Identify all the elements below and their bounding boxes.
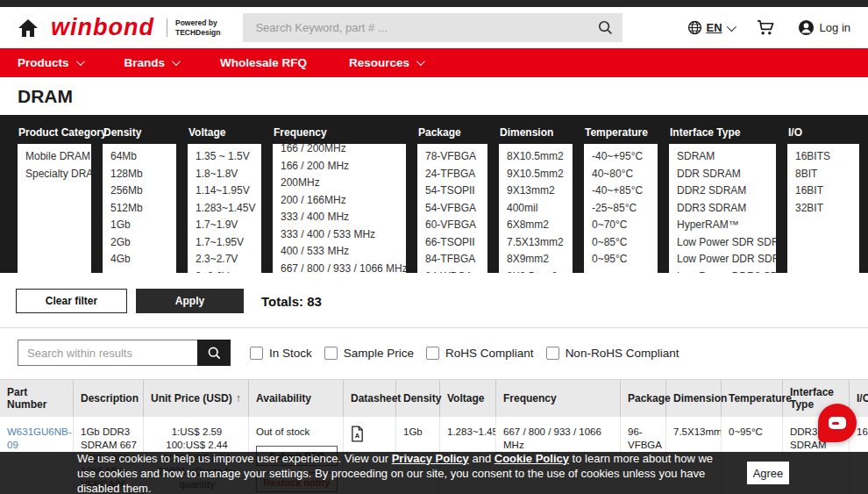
filter-option[interactable]: 54-TSOPII [417,183,487,200]
filter-option[interactable]: 78-VFBGA [417,148,487,166]
filter-option[interactable]: 200MHz [273,175,406,192]
nav-item-brands[interactable]: Brands [125,56,179,69]
filter-option[interactable]: 512Mb [103,200,176,218]
filter-option[interactable]: 16BITS [787,148,859,166]
filter-option[interactable]: 166 / 200MHz [273,144,406,158]
checkbox-rohs-compliant[interactable]: RoHS Compliant [426,347,534,360]
search-within-results-input[interactable] [18,340,197,366]
filter-option[interactable]: 24-TFBGA [417,166,487,183]
filter-option[interactable]: Low Power DDR2 SDRAM [669,268,776,274]
filter-option[interactable]: 9X13mm2 [499,183,573,200]
filter-option[interactable]: 128Mb [103,166,176,183]
filter-option[interactable]: 0~70°C [584,217,658,234]
cookie-policy-link[interactable]: Cookie Policy [494,452,569,465]
pdf-document-icon[interactable]: A [351,426,390,442]
filter-listbox-package[interactable]: 78-VFBGA24-TFBGA54-TSOPII54-VFBGA60-VFBG… [417,144,487,273]
privacy-policy-link[interactable]: Privacy Policy [392,452,469,465]
filter-option[interactable]: 6X8mm2 [499,217,573,234]
global-search-input[interactable] [255,21,597,34]
filter-listbox-product-category[interactable]: Mobile DRAMSpecialty DRAM [18,144,91,273]
filter-option[interactable]: 2Gb [103,234,176,252]
filter-option[interactable]: DDR SDRAM [669,166,776,183]
language-code[interactable]: EN [707,21,722,34]
checkbox-non-rohs-compliant[interactable]: Non-RoHS Compliant [546,347,679,360]
filter-option[interactable]: 8X10.5mm2 [499,148,573,166]
filter-option[interactable]: 1.35 ~ 1.5V [188,148,261,166]
filter-option[interactable]: 0~85°C [584,234,658,252]
login-button[interactable]: Log in [798,19,850,36]
filter-listbox-temperature[interactable]: -40~+95°C40~80°C-40~+85°C-25~85°C0~70°C0… [584,144,658,273]
filter-listbox-io[interactable]: 16BITS8BIT16BIT32BIT [787,144,859,273]
filter-option[interactable]: 0~95°C [584,251,658,268]
filter-option[interactable]: 400mil [499,200,573,218]
filter-option[interactable]: DDR3 SDRAM [669,200,776,218]
filter-option[interactable]: 667 / 800 / 933 / 1066 MHz [273,261,406,274]
part-number-link[interactable]: W631GU6NB-09 [7,426,72,450]
filter-option[interactable]: 64Mb [103,148,176,166]
filter-option[interactable]: Low Power SDR SDRAM [669,234,776,252]
checkbox-icon[interactable] [324,347,338,360]
filter-option[interactable]: 1.14~1.95V [188,183,261,200]
search-icon[interactable] [597,19,614,36]
filter-option[interactable]: Mobile DRAM [18,148,91,166]
filter-listbox-frequency[interactable]: 166 / 200MHz166 / 200 MHz200MHz200 / 166… [273,144,406,273]
language-selector[interactable]: EN [687,20,734,35]
nav-item-resources[interactable]: Resources [349,56,423,69]
filter-listbox-interface-type[interactable]: SDRAMDDR SDRAMDDR2 SDRAMDDR3 SDRAMHyperR… [669,144,776,273]
apply-button[interactable]: Apply [136,289,244,313]
checkbox-in-stock[interactable]: In Stock [250,347,312,360]
filter-option[interactable]: 333 / 400 / 533 MHz [273,226,406,244]
column-header-unit-price[interactable]: Unit Price (USD) ↑ [144,380,249,417]
filter-option[interactable]: DDR2 SDRAM [669,183,776,200]
winbond-logo[interactable]: winbond [51,16,154,39]
global-search-bar[interactable] [243,13,623,42]
search-within-results-button[interactable] [197,340,231,366]
filter-option[interactable]: 3~3.6V [188,268,261,274]
filter-option[interactable]: 8X9mm2 [499,251,573,268]
filter-listbox-density[interactable]: 64Mb128Mb256Mb512Mb1Gb2Gb4Gb [103,144,176,273]
filter-option[interactable]: 7.5X13mm2 [499,234,573,252]
filter-option[interactable]: Low Power DDR SDRAM [669,251,776,268]
filter-listbox-voltage[interactable]: 1.35 ~ 1.5V1.8~1.8V1.14~1.95V1.283~1.45V… [188,144,261,273]
filter-option[interactable]: 40~80°C [584,166,658,183]
live-chat-button[interactable] [818,404,857,442]
login-label[interactable]: Log in [820,21,850,34]
filter-option[interactable]: 8X9.5mm2 [499,268,573,274]
cart-icon[interactable] [757,19,775,36]
filter-option[interactable]: 54-VFBGA [417,200,487,218]
filter-option[interactable]: 4Gb [103,251,176,268]
filter-option[interactable]: 60-VFBGA [417,217,487,234]
sort-ascending-icon[interactable]: ↑ [236,392,241,405]
filter-option[interactable]: 400 / 533 MHz [273,243,406,261]
filter-option[interactable]: 9X10.5mm2 [499,166,573,183]
filter-option[interactable]: 84-WBGA [417,268,487,274]
clear-filter-button[interactable]: Clear filter [16,289,127,313]
filter-option[interactable]: 16BIT [787,183,859,200]
checkbox-icon[interactable] [250,347,263,360]
filter-option[interactable]: 256Mb [103,183,176,200]
filter-option[interactable]: 1.283~1.45V [188,200,261,218]
filter-option[interactable]: 1.8~1.8V [188,166,261,183]
filter-option[interactable]: SDRAM [669,148,776,166]
agree-button[interactable]: Agree [747,462,789,484]
filter-option[interactable]: 84-TFBGA [417,251,487,268]
filter-option[interactable]: 1.7~1.9V [188,217,261,234]
filter-option[interactable]: 1Gb [103,217,176,234]
checkbox-sample-price[interactable]: Sample Price [324,347,414,360]
checkbox-icon[interactable] [426,347,439,360]
filter-option[interactable]: 8BIT [787,166,859,183]
home-icon[interactable] [18,18,39,39]
filter-option[interactable]: 1.7~1.95V [188,234,261,252]
filter-option[interactable]: HyperRAM™ [669,217,776,234]
filter-option[interactable]: Specialty DRAM [18,166,91,183]
filter-option[interactable]: 200 / 166MHz [273,192,406,210]
filter-option[interactable]: 333 / 400 MHz [273,209,406,226]
filter-option[interactable]: 66-TSOPII [417,234,487,252]
filter-option[interactable]: 166 / 200 MHz [273,158,406,175]
filter-option[interactable]: 2.3~2.7V [188,251,261,268]
filter-listbox-dimension[interactable]: 8X10.5mm29X10.5mm29X13mm2400mil6X8mm27.5… [499,144,573,273]
nav-item-products[interactable]: Products [18,56,82,69]
filter-option[interactable]: 32BIT [787,200,859,218]
filter-option[interactable]: -40~+85°C [584,183,658,200]
filter-option[interactable]: -25~85°C [584,200,658,218]
